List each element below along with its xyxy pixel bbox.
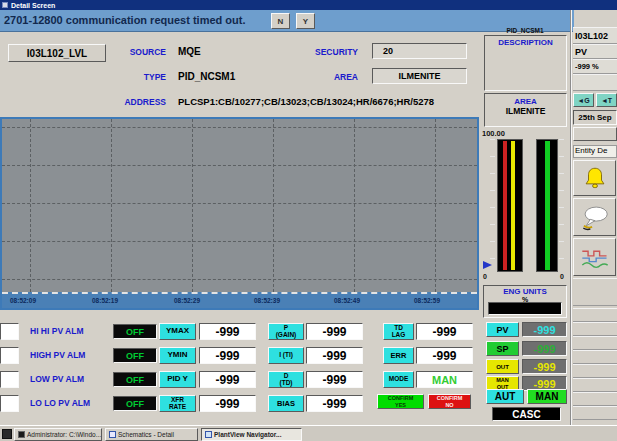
taskbar-item-schematics[interactable]: Schematics - Detail <box>105 428 198 441</box>
grid-line <box>2 127 477 128</box>
eng-units-label: ENG UNITS <box>484 287 566 296</box>
time-tick: 08:52:49 <box>334 297 360 304</box>
pv-button[interactable]: PV <box>486 322 519 337</box>
alarm-label: LOW PV ALM <box>30 371 120 388</box>
td-lag-value[interactable]: -999 <box>416 323 473 340</box>
detail-screen: Detail Screen 2701-12800 communication r… <box>0 0 617 441</box>
banner-yes-button[interactable]: Y <box>296 13 315 29</box>
grid-line <box>2 279 477 280</box>
xfr-rate-value[interactable]: -999 <box>199 395 256 412</box>
pid-y-value[interactable]: -999 <box>199 371 256 388</box>
alarm-limit-field[interactable] <box>0 347 19 364</box>
faceplate-area-label: AREA <box>485 97 566 106</box>
i-ti-button[interactable]: I (TI) <box>268 347 304 364</box>
sp-button[interactable]: SP <box>486 341 519 356</box>
alarm-state: OFF <box>113 348 157 363</box>
p-gain-button[interactable]: P (GAIN) <box>268 323 304 340</box>
d-td-button[interactable]: D (TD) <box>268 371 304 388</box>
comment-button[interactable] <box>573 198 616 236</box>
gauge-bar-pv <box>497 139 523 272</box>
d-td-value[interactable]: -999 <box>306 371 363 388</box>
bias-button[interactable]: BIAS <box>268 395 304 412</box>
faceplate-area-box: AREA ILMENITE <box>484 93 567 127</box>
gauge-scale-min-left: 0 <box>483 273 487 280</box>
sidebar-blank-button[interactable] <box>573 127 617 141</box>
ymin-value[interactable]: -999 <box>199 347 256 364</box>
gauge-scale-min-right: 0 <box>560 273 564 280</box>
taskbar-item-navigator[interactable]: PlantView Navigator... <box>201 428 302 441</box>
bias-value[interactable]: -999 <box>306 395 363 412</box>
xfr-rate-button[interactable]: XFR RATE <box>159 395 196 412</box>
mode-button[interactable]: MODE <box>383 371 414 388</box>
time-tick: 08:52:19 <box>92 297 118 304</box>
aut-button[interactable]: AUT <box>486 389 524 404</box>
grid-line <box>273 119 274 292</box>
i-ti-value[interactable]: -999 <box>306 347 363 364</box>
gauge-stripe-green <box>545 141 550 270</box>
time-tick: 08:52:29 <box>174 297 200 304</box>
alarm-label: HI HI PV ALM <box>30 323 120 340</box>
description-box: DESCRIPTION <box>484 35 567 91</box>
sidebar-blank-row <box>573 308 617 322</box>
trend-chart[interactable]: 08:52:09 08:52:19 08:52:29 08:52:39 08:5… <box>0 117 479 310</box>
schematic-window-icon <box>109 431 116 438</box>
grid-line <box>30 119 31 292</box>
taskbar-item-console[interactable]: Administrator: C:\Windo... <box>14 428 102 441</box>
trend-button[interactable] <box>573 238 616 276</box>
alarm-limit-field[interactable] <box>0 323 19 340</box>
nav-t-button[interactable]: ◄T <box>596 93 617 107</box>
confirm-yes-button[interactable]: CONFIRM YES <box>377 394 424 409</box>
p-gain-value[interactable]: -999 <box>306 323 363 340</box>
area-value-box: ILMENITE <box>372 68 467 84</box>
eng-units-box: ENG UNITS % <box>483 285 567 318</box>
banner-no-button[interactable]: N <box>271 13 290 29</box>
type-value: PID_NCSM1 <box>178 71 235 82</box>
ymax-value[interactable]: -999 <box>199 323 256 340</box>
faceplate-title: PID_NCSM1 <box>482 27 568 34</box>
window-icon <box>2 2 8 8</box>
sidebar-blank-row <box>573 336 617 350</box>
taskbar: Administrator: C:\Windo... Schematics - … <box>0 425 617 441</box>
alarm-limit-field[interactable] <box>0 371 19 388</box>
casc-indicator: CASC <box>492 407 561 421</box>
navigator-window-icon <box>205 431 212 438</box>
td-lag-button[interactable]: TD LAG <box>383 323 414 340</box>
gauge-stripe-yellow <box>511 141 515 270</box>
err-button[interactable]: ERR <box>383 347 414 364</box>
ymin-button[interactable]: YMIN <box>159 347 196 364</box>
console-window-icon <box>18 431 25 438</box>
grid-line <box>2 165 477 166</box>
alarm-label: LO LO PV ALM <box>30 395 120 412</box>
mode-value: MAN <box>416 371 473 388</box>
sidebar-blank-row <box>573 350 617 364</box>
time-tick: 08:52:39 <box>254 297 280 304</box>
gauge-bar-out <box>536 139 558 272</box>
sidebar-pv-value: -999 % <box>573 59 617 74</box>
alarm-limit-field[interactable] <box>0 395 19 412</box>
time-tick: 08:52:59 <box>414 297 440 304</box>
pid-y-button[interactable]: PID Y <box>159 371 196 388</box>
man-button[interactable]: MAN <box>527 389 567 404</box>
nav-g-button[interactable]: ◄G <box>573 93 594 107</box>
err-value[interactable]: -999 <box>416 347 473 364</box>
alarm-bell-button[interactable] <box>573 160 616 196</box>
entity-detail-label: Entity De <box>573 145 617 158</box>
alarm-state: OFF <box>113 324 157 339</box>
comment-bubble-icon <box>581 203 609 231</box>
source-value: MQE <box>178 46 201 57</box>
ymax-button[interactable]: YMAX <box>159 323 196 340</box>
tag-button[interactable]: I03L102_LVL <box>8 44 106 62</box>
trend-chart-icon <box>580 243 610 271</box>
window-title-bar: Detail Screen <box>0 0 617 10</box>
confirm-no-button[interactable]: CONFIRM NO <box>428 394 471 409</box>
out-button[interactable]: OUT <box>486 359 519 374</box>
taskbar-start-icon[interactable] <box>2 429 12 439</box>
alarm-label: HIGH PV ALM <box>30 347 120 364</box>
alarm-bell-icon <box>582 165 608 191</box>
area-label: AREA <box>296 72 358 82</box>
security-label: SECURITY <box>296 47 358 57</box>
gauge-ticks-left <box>490 139 495 272</box>
out-value: -999 <box>522 359 567 374</box>
time-tick: 08:52:09 <box>10 297 36 304</box>
grid-line <box>435 119 436 292</box>
